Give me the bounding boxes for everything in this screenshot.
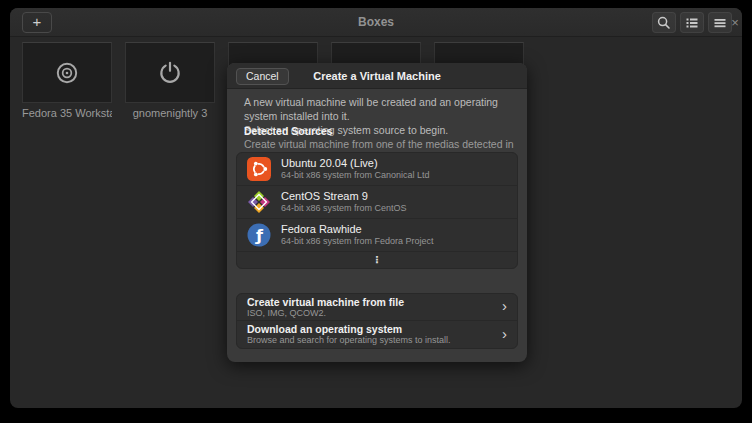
source-row-fedora[interactable]: ƒ Fedora Rawhide 64-bit x86 system from … [237, 219, 517, 252]
source-description: 64-bit x86 system from CentOS [281, 203, 407, 214]
vm-thumbnail-gnomenightly[interactable] [125, 42, 215, 103]
svg-text:ƒ: ƒ [255, 226, 264, 245]
source-text: Ubuntu 20.04 (Live) 64-bit x86 system fr… [281, 157, 430, 181]
screen: Boxes + [0, 0, 752, 423]
fedora-logo-icon: ƒ [247, 223, 271, 247]
action-title: Create virtual machine from file [247, 296, 517, 308]
status-ring-icon [54, 60, 80, 86]
source-text: Fedora Rawhide 64-bit x86 system from Fe… [281, 223, 434, 247]
titlebar: Boxes + [10, 8, 742, 37]
vertical-ellipsis-icon: ⋮ [372, 255, 382, 265]
centos-logo-icon [247, 190, 271, 214]
source-name: CentOS Stream 9 [281, 190, 407, 203]
source-row-ubuntu[interactable]: Ubuntu 20.04 (Live) 64-bit x86 system fr… [237, 153, 517, 186]
search-button[interactable] [652, 12, 676, 33]
action-subtitle: Browse and search for operating systems … [247, 335, 517, 346]
search-icon [656, 15, 672, 31]
source-name: Fedora Rawhide [281, 223, 434, 236]
action-title: Download an operating system [247, 323, 517, 335]
create-from-file-row[interactable]: Create virtual machine from file ISO, IM… [237, 294, 517, 321]
intro-line-1: A new virtual machine will be created an… [244, 95, 514, 123]
source-description: 64-bit x86 system from Canonical Ltd [281, 170, 430, 181]
chevron-right-icon: › [502, 325, 507, 342]
chevron-right-icon: › [502, 297, 507, 314]
source-description: 64-bit x86 system from Fedora Project [281, 236, 434, 247]
new-vm-button[interactable]: + [22, 12, 52, 33]
cancel-button[interactable]: Cancel [236, 68, 289, 85]
action-subtitle: ISO, IMG, QCOW2. [247, 308, 517, 319]
download-os-row[interactable]: Download an operating system Browse and … [237, 321, 517, 348]
source-row-centos[interactable]: CentOS Stream 9 64-bit x86 system from C… [237, 186, 517, 219]
detected-sources-heading: Detected Sources [244, 125, 333, 137]
source-text: CentOS Stream 9 64-bit x86 system from C… [281, 190, 407, 214]
vm-label: Fedora 35 Workstation [22, 107, 112, 119]
vm-thumbnail-fedora35[interactable] [22, 42, 112, 103]
list-view-button[interactable] [680, 12, 704, 33]
power-icon [157, 60, 183, 86]
more-sources-button[interactable]: ⋮ [237, 252, 517, 268]
create-vm-dialog: Create a Virtual Machine Cancel A new vi… [227, 63, 527, 362]
ubuntu-logo-icon [247, 157, 271, 181]
detected-sources-list: Ubuntu 20.04 (Live) 64-bit x86 system fr… [236, 152, 518, 269]
vm-label: gnomenightly 3 [125, 107, 215, 119]
close-window-button[interactable]: × [726, 12, 742, 33]
dialog-header: Create a Virtual Machine Cancel [227, 63, 527, 89]
window-title: Boxes [10, 8, 742, 37]
list-view-icon [684, 15, 700, 31]
source-name: Ubuntu 20.04 (Live) [281, 157, 430, 170]
dialog-actions-list: Create virtual machine from file ISO, IM… [236, 293, 518, 349]
